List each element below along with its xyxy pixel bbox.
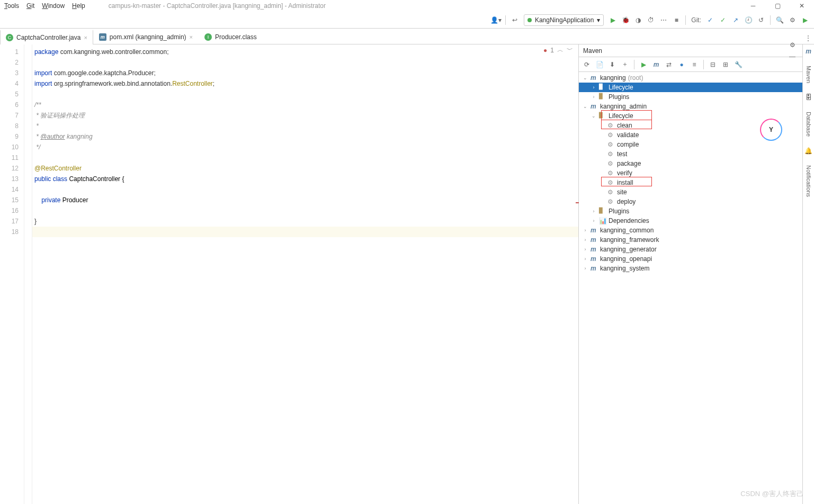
maven-node-kangning_openapi[interactable]: ›mkangning_openapi: [579, 254, 802, 264]
menu-help[interactable]: Help: [72, 2, 85, 10]
toggle-offline-icon[interactable]: ⇄: [663, 59, 675, 70]
collapse-icon[interactable]: ⊟: [707, 59, 719, 70]
maven-node-plugins[interactable]: ›▉Plugins: [579, 206, 802, 216]
error-icon: ●: [543, 47, 547, 54]
download-icon[interactable]: ⬇: [606, 59, 618, 70]
add-icon[interactable]: ＋: [619, 59, 631, 70]
run-config-label: KangNingApplication: [535, 16, 594, 24]
debug-icon[interactable]: 🐞: [620, 14, 631, 26]
maven-node-compile[interactable]: ⚙compile: [579, 140, 802, 149]
down-icon[interactable]: ﹀: [567, 46, 573, 55]
java-file-icon: C: [6, 34, 13, 41]
back-icon[interactable]: ↩: [509, 14, 521, 26]
tab-producer-class[interactable]: I Producer.class: [199, 29, 263, 44]
maven-node-kangning_admin[interactable]: ⌄mkangning_admin: [579, 102, 802, 111]
line-gutter: 123456789101112131415161718: [0, 44, 24, 504]
minimize-button[interactable]: ─: [741, 0, 765, 12]
close-tab-icon[interactable]: ×: [190, 34, 193, 40]
maven-node-kangning_common[interactable]: ›mkangning_common: [579, 226, 802, 235]
maven-node-deploy[interactable]: ⚙deploy: [579, 197, 802, 206]
up-icon[interactable]: ︿: [557, 46, 563, 55]
run-icon[interactable]: ▶: [607, 14, 619, 26]
maven-tool-window: Maven ⚙ — ⟳ 📄 ⬇ ＋ ▶ m ⇄ ● ≡ ⊟ ⊞ 🔧 ⌄mkang…: [578, 44, 802, 504]
maven-node-test[interactable]: ⚙test: [579, 149, 802, 159]
push-icon[interactable]: ↗: [730, 14, 741, 26]
generate-sources-icon[interactable]: 📄: [594, 59, 605, 70]
maximize-button[interactable]: ▢: [765, 0, 790, 12]
maven-stripe[interactable]: Maven: [806, 66, 812, 83]
play2-icon[interactable]: ▶: [799, 14, 811, 26]
run-config-selector[interactable]: KangNingApplication ▾: [524, 14, 604, 26]
watermark: CSDN @害人终害己: [740, 489, 803, 499]
maven-node-kangning_framework[interactable]: ›mkangning_framework: [579, 235, 802, 245]
update-icon[interactable]: ✓: [704, 14, 716, 26]
attach-icon[interactable]: ⋯: [658, 14, 669, 26]
main-toolbar: 👤▾ ↩ KangNingApplication ▾ ▶ 🐞 ◑ ⏱ ⋯ ■ G…: [0, 12, 814, 29]
menu-git[interactable]: Git: [26, 2, 34, 10]
close-button[interactable]: ✕: [790, 0, 814, 12]
m-icon[interactable]: m: [650, 59, 662, 70]
tab-pom-xml[interactable]: m pom.xml (kangning_admin) ×: [93, 29, 199, 44]
inspection-widget[interactable]: ● 1 ︿ ﹀: [543, 46, 573, 55]
maven-title: Maven: [583, 47, 602, 55]
maven-node-dependencies[interactable]: ›📊Dependencies: [579, 216, 802, 226]
maven-toolbar: ⟳ 📄 ⬇ ＋ ▶ m ⇄ ● ≡ ⊟ ⊞ 🔧: [579, 57, 802, 72]
tab-captcha-controller[interactable]: C CaptchaController.java ×: [0, 30, 93, 44]
main-menu-bar: Tools Git Window Help campus-kn-master -…: [0, 0, 814, 12]
window-controls: ─ ▢ ✕: [741, 0, 814, 12]
class-file-icon: I: [204, 33, 212, 41]
maven-stripe-icon[interactable]: m: [806, 48, 811, 55]
tab-label: CaptchaController.java: [16, 34, 80, 41]
maven-file-icon: m: [99, 33, 106, 41]
maven-node-package[interactable]: ⚙package: [579, 159, 802, 168]
skip-tests-icon[interactable]: ●: [676, 59, 687, 70]
database-stripe-icon[interactable]: 🗄: [806, 94, 812, 101]
maven-node-site[interactable]: ⚙site: [579, 187, 802, 197]
error-count: 1: [550, 47, 554, 54]
rollback-icon[interactable]: ↺: [755, 14, 767, 26]
maven-node-lifecycle[interactable]: ›▉Lifecycle: [579, 83, 802, 92]
editor-tabs: C CaptchaController.java × m pom.xml (ka…: [0, 29, 814, 44]
user-icon[interactable]: 👤▾: [490, 14, 502, 26]
notifications-stripe[interactable]: Notifications: [806, 165, 812, 197]
reload-icon[interactable]: ⟳: [581, 59, 593, 70]
close-tab-icon[interactable]: ×: [84, 34, 87, 41]
commit-icon[interactable]: ✓: [717, 14, 729, 26]
run-maven-icon[interactable]: ▶: [638, 59, 649, 70]
tab-label: pom.xml (kangning_admin): [110, 33, 186, 41]
database-stripe[interactable]: Database: [806, 112, 812, 137]
maven-node-plugins[interactable]: ›▉Plugins: [579, 92, 802, 102]
maven-node-kangning_generator[interactable]: ›mkangning_generator: [579, 245, 802, 254]
maven-node-verify[interactable]: ⚙verify: [579, 168, 802, 178]
stop-icon[interactable]: ■: [670, 14, 682, 26]
code-editor[interactable]: 123456789101112131415161718 ● 1 ︿ ﹀ pack…: [0, 44, 578, 504]
right-tool-strip: m Maven 🗄 Database 🔔 Notifications: [802, 44, 814, 504]
menu-window[interactable]: Window: [42, 2, 65, 10]
code-area[interactable]: ● 1 ︿ ﹀ package com.kangning.web.control…: [32, 44, 578, 504]
gear-icon[interactable]: ⚙: [786, 39, 798, 51]
window-title: campus-kn-master - CaptchaController.jav…: [109, 2, 326, 10]
coverage-icon[interactable]: ◑: [632, 14, 644, 26]
tab-label: Producer.class: [215, 33, 257, 41]
profile-icon[interactable]: ⏱: [645, 14, 657, 26]
run-status-icon: [527, 18, 532, 22]
show-deps-icon[interactable]: ≡: [688, 59, 700, 70]
fold-gutter: [24, 44, 32, 504]
maven-node-kangning_system[interactable]: ›mkangning_system: [579, 264, 802, 273]
notifications-stripe-icon[interactable]: 🔔: [804, 147, 812, 155]
git-label: Git:: [691, 16, 701, 24]
floating-logo[interactable]: Y: [760, 119, 782, 141]
dropdown-icon: ▾: [597, 16, 600, 24]
menu-tools[interactable]: Tools: [4, 2, 19, 10]
settings-icon[interactable]: ⚙: [786, 14, 798, 26]
maven-node-kangning[interactable]: ⌄mkangning (root): [579, 73, 802, 83]
tabs-more-icon[interactable]: ⋮: [802, 32, 814, 44]
history-icon[interactable]: 🕘: [743, 14, 754, 26]
search-icon[interactable]: 🔍: [774, 14, 785, 26]
expand-icon[interactable]: ⊞: [720, 59, 731, 70]
maven-node-install[interactable]: ⚙install: [579, 178, 802, 187]
wrench-icon[interactable]: 🔧: [732, 59, 744, 70]
